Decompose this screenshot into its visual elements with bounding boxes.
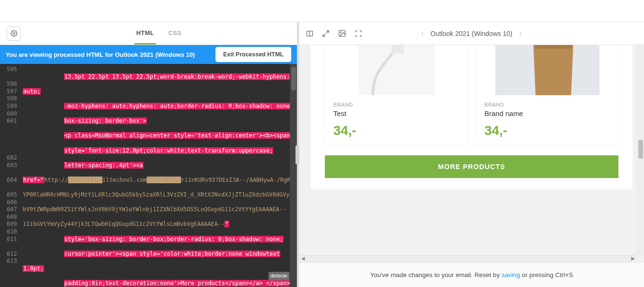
code-tooltip: detecte — [268, 272, 289, 280]
settings-button[interactable] — [7, 27, 21, 41]
image-icon[interactable] — [338, 29, 346, 37]
right-pane: Outlook 2021 (Windows 10) BRAND Test — [299, 22, 644, 287]
exit-processed-html-button[interactable]: Exit Processed HTML — [215, 47, 291, 62]
product-brand: BRAND — [484, 102, 610, 108]
prev-device-button[interactable] — [420, 30, 425, 37]
product-card: BRAND Test 34,- — [325, 45, 467, 145]
unsaved-changes-message: You've made changes to your email. Reset… — [299, 262, 644, 287]
save-link[interactable]: saving — [501, 271, 520, 278]
right-header: Outlook 2021 (Windows 10) — [299, 22, 644, 45]
svg-marker-10 — [533, 45, 573, 49]
banner-message: You are viewing processed HTML for Outlo… — [6, 51, 215, 58]
gear-icon — [10, 30, 18, 37]
product-image — [476, 45, 618, 95]
window-top-spacer — [0, 0, 644, 22]
code-gutter: 595 596 597 598 599 600 601 602 603 60 — [0, 64, 21, 287]
preview-horizontal-scrollbar[interactable] — [299, 255, 637, 262]
next-device-button[interactable] — [518, 30, 523, 37]
preview-vertical-scrollbar[interactable] — [637, 45, 644, 255]
code-content: 13.5pt 22.5pt 13.5pt 22.5pt;word-break:b… — [21, 64, 297, 287]
svg-rect-7 — [392, 45, 404, 54]
product-price: 34,- — [333, 123, 459, 138]
email-preview[interactable]: BRAND Test 34,- BRAND Brand name 34,- — [299, 45, 644, 262]
expand-icon[interactable] — [322, 29, 330, 37]
device-label: Outlook 2021 (Windows 10) — [430, 30, 512, 37]
svg-point-0 — [13, 33, 15, 35]
product-image — [325, 45, 467, 95]
fullscreen-icon[interactable] — [355, 29, 362, 37]
product-brand: BRAND — [333, 102, 459, 108]
left-header: HTML CSS — [0, 22, 297, 45]
tab-html[interactable]: HTML — [134, 23, 156, 45]
tab-css[interactable]: CSS — [166, 23, 183, 45]
product-price: 34,- — [484, 123, 610, 138]
split-view-icon[interactable] — [306, 29, 313, 37]
email-canvas: BRAND Test 34,- BRAND Brand name 34,- — [311, 45, 633, 189]
product-name: Test — [333, 109, 459, 117]
left-pane: HTML CSS You are viewing processed HTML … — [0, 22, 297, 287]
product-name: Brand name — [484, 109, 610, 117]
code-vertical-scrollbar[interactable] — [290, 64, 297, 287]
more-products-button[interactable]: MORE PRODUCTS — [325, 155, 618, 178]
processed-html-banner: You are viewing processed HTML for Outlo… — [0, 45, 297, 64]
code-editor[interactable]: 595 596 597 598 599 600 601 602 603 60 — [0, 64, 297, 287]
svg-point-4 — [340, 32, 341, 33]
svg-marker-9 — [533, 45, 573, 95]
product-card: BRAND Brand name 34,- — [476, 45, 618, 145]
